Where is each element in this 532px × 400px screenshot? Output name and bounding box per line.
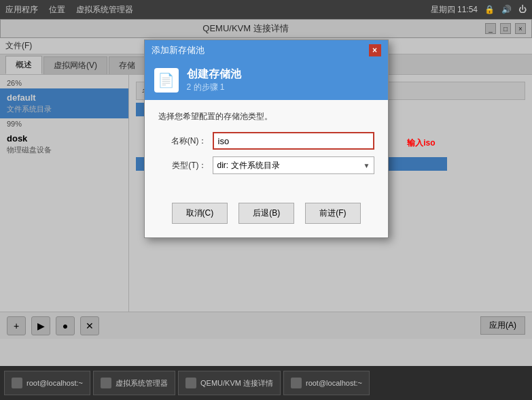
type-row: 类型(T)： dir: 文件系统目录 disk: 物理磁盘设备 fs: 预格式化… [158, 156, 374, 174]
name-row: 名称(N)： 输入iso [158, 132, 374, 150]
name-label: 名称(N)： [158, 135, 213, 147]
top-menubar: 应用程序 位置 虚拟系统管理器 星期四 11:54 🔒 🔊 ⏻ [0, 0, 532, 19]
taskbar-item-qemu[interactable]: QEMU/KVM 连接详情 [178, 371, 281, 395]
top-right-info: 星期四 11:54 🔒 🔊 ⏻ [431, 4, 527, 16]
taskbar-item-virt-manager[interactable]: 虚拟系统管理器 [93, 371, 175, 395]
virt-manager-icon [101, 378, 111, 388]
taskbar-item-terminal2-label: root@localhost:~ [306, 379, 362, 387]
taskbar: root@localhost:~ 虚拟系统管理器 QEMU/KVM 连接详情 r… [0, 366, 532, 400]
app-menu[interactable]: 应用程序 [5, 4, 38, 16]
datetime-display: 星期四 11:54 [431, 4, 478, 16]
location-menu[interactable]: 位置 [49, 4, 65, 16]
virt-manager-menu[interactable]: 虚拟系统管理器 [76, 4, 133, 16]
back-button[interactable]: 后退(B) [238, 203, 294, 224]
add-storage-pool-dialog: 添加新存储池 × 📄 创建存储池 2 的步骤 1 选择您希望配置的存储池类型。 … [144, 39, 389, 238]
qemu-icon [185, 378, 196, 388]
cancel-button[interactable]: 取消(C) [172, 203, 228, 224]
taskbar-item-terminal2[interactable]: root@localhost:~ [283, 371, 370, 395]
dialog-outer-titlebar: 添加新存储池 × [145, 40, 388, 61]
volume-icon[interactable]: 🔊 [501, 5, 512, 14]
dialog-body: 选择您希望配置的存储池类型。 名称(N)： 输入iso 类型(T)： dir: … [145, 100, 388, 192]
dialog-outer-title: 添加新存储池 [152, 44, 369, 56]
type-select-wrapper: dir: 文件系统目录 disk: 物理磁盘设备 fs: 预格式化文件系统 ne… [213, 156, 374, 174]
dialog-description: 选择您希望配置的存储池类型。 [158, 111, 374, 122]
dialog-close-button[interactable]: × [369, 44, 381, 56]
type-select[interactable]: dir: 文件系统目录 disk: 物理磁盘设备 fs: 预格式化文件系统 ne… [213, 156, 374, 174]
create-pool-header: 📄 创建存储池 2 的步骤 1 [145, 61, 388, 100]
lock-icon[interactable]: 🔒 [484, 5, 495, 14]
create-pool-subtitle: 2 的步骤 1 [187, 82, 241, 93]
type-label: 类型(T)： [158, 160, 213, 171]
power-icon[interactable]: ⏻ [518, 5, 527, 14]
create-pool-title: 创建存储池 [187, 67, 241, 82]
taskbar-item-qemu-label: QEMU/KVM 连接详情 [200, 378, 273, 388]
taskbar-item-terminal-label: root@localhost:~ [26, 379, 83, 387]
forward-button[interactable]: 前进(F) [305, 203, 360, 224]
create-pool-header-text: 创建存储池 2 的步骤 1 [187, 67, 241, 93]
create-pool-icon: 📄 [154, 68, 179, 93]
terminal-icon [12, 378, 22, 388]
dialog-footer: 取消(C) 后退(B) 前进(F) [145, 192, 388, 237]
create-pool-dialog: 📄 创建存储池 2 的步骤 1 选择您希望配置的存储池类型。 名称(N)： 输入… [145, 61, 388, 237]
dialog-overlay: 添加新存储池 × 📄 创建存储池 2 的步骤 1 选择您希望配置的存储池类型。 … [0, 19, 532, 366]
taskbar-item-terminal[interactable]: root@localhost:~ [4, 371, 90, 395]
taskbar-item-virt-manager-label: 虚拟系统管理器 [116, 378, 168, 388]
annotation-text: 输入iso [407, 137, 435, 149]
terminal-icon2 [291, 378, 302, 388]
name-input[interactable] [213, 132, 374, 150]
